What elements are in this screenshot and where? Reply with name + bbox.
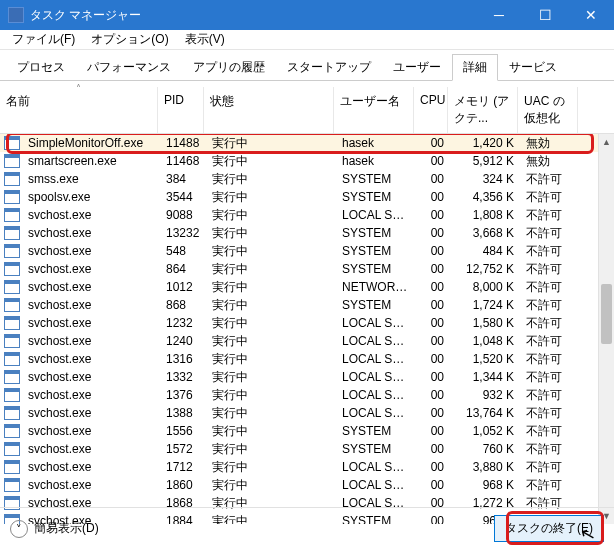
cell-mem: 3,880 K: [450, 460, 520, 474]
menu-view[interactable]: 表示(V): [177, 29, 233, 50]
cell-mem: 1,520 K: [450, 352, 520, 366]
cell-cpu: 00: [416, 478, 450, 492]
process-icon: [4, 154, 20, 168]
cell-state: 実行中: [206, 225, 336, 242]
cell-state: 実行中: [206, 315, 336, 332]
menu-options[interactable]: オプション(O): [83, 29, 176, 50]
table-row[interactable]: smartscreen.exe11468実行中hasek005,912 K無効: [0, 152, 598, 170]
cell-state: 実行中: [206, 423, 336, 440]
cell-user: LOCAL SE...: [336, 316, 416, 330]
tab-startup[interactable]: スタートアップ: [276, 54, 382, 81]
tab-performance[interactable]: パフォーマンス: [76, 54, 182, 81]
process-icon: [4, 460, 20, 474]
tab-users[interactable]: ユーザー: [382, 54, 452, 81]
cell-pid: 1860: [160, 478, 206, 492]
cell-cpu: 00: [416, 136, 450, 150]
tab-services[interactable]: サービス: [498, 54, 568, 81]
cell-state: 実行中: [206, 135, 336, 152]
col-mem[interactable]: メモリ (アクテ...: [448, 87, 518, 133]
tab-processes[interactable]: プロセス: [6, 54, 76, 81]
table-row[interactable]: svchost.exe1240実行中LOCAL SE...001,048 K不許…: [0, 332, 598, 350]
table-row[interactable]: svchost.exe1376実行中LOCAL SE...00932 K不許可: [0, 386, 598, 404]
col-state[interactable]: 状態: [204, 87, 334, 133]
cell-name: spoolsv.exe: [22, 190, 160, 204]
cell-name: svchost.exe: [22, 370, 160, 384]
cell-user: SYSTEM: [336, 424, 416, 438]
end-task-button[interactable]: タスクの終了(E): [494, 515, 604, 542]
table-row[interactable]: svchost.exe1860実行中LOCAL SE...00968 K不許可: [0, 476, 598, 494]
cell-pid: 1012: [160, 280, 206, 294]
table-row[interactable]: SimpleMonitorOff.exe11488実行中hasek001,420…: [0, 134, 598, 152]
cell-state: 実行中: [206, 369, 336, 386]
close-button[interactable]: ✕: [568, 0, 614, 30]
cell-state: 実行中: [206, 333, 336, 350]
cell-name: SimpleMonitorOff.exe: [22, 136, 160, 150]
cell-uac: 不許可: [520, 261, 580, 278]
table-row[interactable]: spoolsv.exe3544実行中SYSTEM004,356 K不許可: [0, 188, 598, 206]
fewer-details-button[interactable]: ˅ 簡易表示(D): [10, 520, 99, 538]
table-row[interactable]: svchost.exe1316実行中LOCAL SE...001,520 K不許…: [0, 350, 598, 368]
tabs: プロセス パフォーマンス アプリの履歴 スタートアップ ユーザー 詳細 サービス: [0, 50, 614, 81]
minimize-button[interactable]: ─: [476, 0, 522, 30]
process-icon: [4, 316, 20, 330]
process-icon: [4, 442, 20, 456]
cell-pid: 1388: [160, 406, 206, 420]
cell-user: LOCAL SE...: [336, 406, 416, 420]
titlebar[interactable]: タスク マネージャー ─ ☐ ✕: [0, 0, 614, 30]
cell-name: svchost.exe: [22, 406, 160, 420]
footer: ˅ 簡易表示(D) タスクの終了(E): [0, 507, 614, 549]
cell-user: LOCAL SE...: [336, 352, 416, 366]
cell-user: SYSTEM: [336, 442, 416, 456]
cell-user: SYSTEM: [336, 262, 416, 276]
cell-state: 実行中: [206, 351, 336, 368]
cell-uac: 不許可: [520, 243, 580, 260]
tab-details[interactable]: 詳細: [452, 54, 498, 81]
table-row[interactable]: svchost.exe548実行中SYSTEM00484 K不許可: [0, 242, 598, 260]
cell-user: hasek: [336, 154, 416, 168]
table-row[interactable]: svchost.exe868実行中SYSTEM001,724 K不許可: [0, 296, 598, 314]
cell-cpu: 00: [416, 334, 450, 348]
cell-mem: 8,000 K: [450, 280, 520, 294]
col-cpu[interactable]: CPU: [414, 87, 448, 133]
cell-pid: 3544: [160, 190, 206, 204]
vertical-scrollbar[interactable]: ▲ ▼: [598, 134, 614, 524]
scroll-thumb[interactable]: [601, 284, 612, 344]
table-row[interactable]: smss.exe384実行中SYSTEM00324 K不許可: [0, 170, 598, 188]
col-name[interactable]: 名前: [0, 87, 158, 133]
table-row[interactable]: svchost.exe13232実行中SYSTEM003,668 K不許可: [0, 224, 598, 242]
table-row[interactable]: svchost.exe9088実行中LOCAL SE...001,808 K不許…: [0, 206, 598, 224]
cell-mem: 12,752 K: [450, 262, 520, 276]
table-row[interactable]: svchost.exe1332実行中LOCAL SE...001,344 K不許…: [0, 368, 598, 386]
table-row[interactable]: svchost.exe1556実行中SYSTEM001,052 K不許可: [0, 422, 598, 440]
scroll-up-icon[interactable]: ▲: [599, 134, 614, 150]
cell-uac: 不許可: [520, 315, 580, 332]
col-user[interactable]: ユーザー名: [334, 87, 414, 133]
cell-pid: 1240: [160, 334, 206, 348]
cell-cpu: 00: [416, 352, 450, 366]
table-row[interactable]: svchost.exe1572実行中SYSTEM00760 K不許可: [0, 440, 598, 458]
table-row[interactable]: svchost.exe1388実行中LOCAL SE...0013,764 K不…: [0, 404, 598, 422]
table-row[interactable]: svchost.exe1712実行中LOCAL SE...003,880 K不許…: [0, 458, 598, 476]
table-row[interactable]: svchost.exe1232実行中LOCAL SE...001,580 K不許…: [0, 314, 598, 332]
cell-mem: 1,580 K: [450, 316, 520, 330]
table-row[interactable]: svchost.exe864実行中SYSTEM0012,752 K不許可: [0, 260, 598, 278]
process-icon: [4, 226, 20, 240]
menu-file[interactable]: ファイル(F): [4, 29, 83, 50]
cell-cpu: 00: [416, 172, 450, 186]
tab-apphistory[interactable]: アプリの履歴: [182, 54, 276, 81]
cell-pid: 384: [160, 172, 206, 186]
cell-mem: 324 K: [450, 172, 520, 186]
cell-pid: 1232: [160, 316, 206, 330]
table-row[interactable]: svchost.exe1012実行中NETWORK...008,000 K不許可: [0, 278, 598, 296]
process-icon: [4, 280, 20, 294]
cell-uac: 不許可: [520, 387, 580, 404]
process-icon: [4, 406, 20, 420]
cell-state: 実行中: [206, 405, 336, 422]
cell-uac: 無効: [520, 153, 580, 170]
process-icon: [4, 244, 20, 258]
maximize-button[interactable]: ☐: [522, 0, 568, 30]
cell-cpu: 00: [416, 406, 450, 420]
col-pid[interactable]: PID: [158, 87, 204, 133]
cell-name: svchost.exe: [22, 334, 160, 348]
col-uac[interactable]: UAC の仮想化: [518, 87, 578, 133]
